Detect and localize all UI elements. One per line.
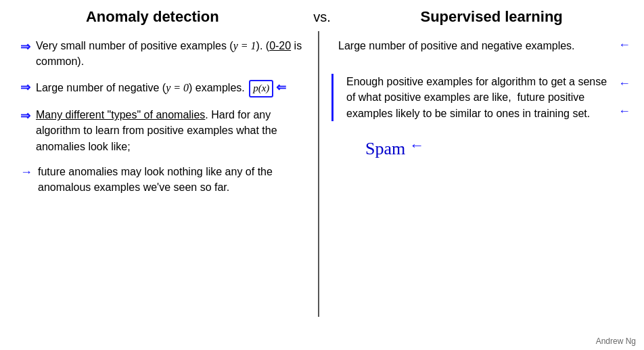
page-container: Anomaly detection vs. Supervised learnin… [0,0,644,350]
list-item: → future anomalies may look nothing like… [20,164,304,195]
bullet-text: Very small number of positive examples (… [36,38,304,69]
header-row: Anomaly detection vs. Supervised learnin… [0,0,644,31]
anomaly-header: Anomaly detection [24,8,281,26]
left-column: ⇒ Very small number of positive examples… [0,31,318,337]
bullet-text: future anomalies may look nothing like a… [38,164,304,195]
list-item: ⇒ Large number of negative (y = 0) examp… [20,79,304,97]
bullet-arrow-icon: ⇒ [20,39,30,54]
vs-label: vs. [302,9,342,25]
px-annotation: p(x) [249,80,273,97]
range-text: 0-20 [269,40,291,51]
main-content: ⇒ Very small number of positive examples… [0,31,644,337]
right-arrow-icon: ← [618,76,630,91]
right-list-item: Enough positive examples for algorithm t… [338,74,630,121]
list-item: ⇒ Very small number of positive examples… [20,38,304,69]
bullet-arrow-icon: → [20,165,32,179]
right-column: Large number of positive and negative ex… [318,31,644,337]
right-arrow-icon: ← [618,104,630,118]
right-text: Enough positive examples for algorithm t… [346,76,607,118]
spam-arrow-icon: ← [409,137,424,154]
spam-annotation: Spam ← [338,132,630,159]
supervised-header: Supervised learning [363,8,620,26]
spam-text: Spam [365,139,405,159]
double-arrows: ← ← [613,74,630,121]
math-expression: y = 0 [166,82,189,93]
bullet-text: Many different "types" of anomalies. Har… [36,107,304,154]
attribution: Andrew Ng [596,336,636,346]
annotation-arrow-icon: ⇐ [276,81,286,94]
bullet-text: Large number of negative (y = 0) example… [36,79,286,97]
right-arrow-icon: ← [618,38,630,52]
right-list-item: Large number of positive and negative ex… [338,38,630,53]
math-expression: y = 1 [233,40,256,51]
list-item: ⇒ Many different "types" of anomalies. H… [20,107,304,154]
left-bracket-decoration [331,74,335,121]
right-text: Large number of positive and negative ex… [338,38,613,53]
bullet-arrow-icon: ⇒ [20,108,30,123]
bullet-arrow-icon: ⇒ [20,80,30,95]
bracket-container: Enough positive examples for algorithm t… [338,74,613,121]
underlined-phrase: Many different "types" of anomalies [36,109,205,121]
